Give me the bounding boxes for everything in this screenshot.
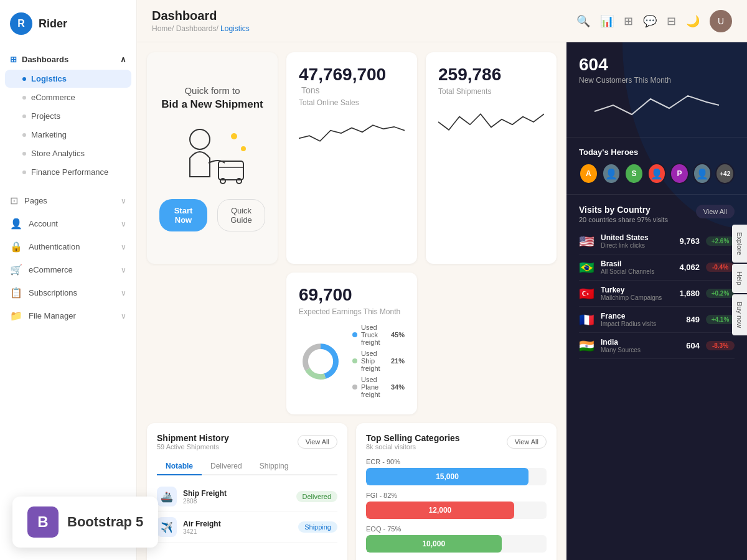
tab-delivered[interactable]: Delivered: [202, 458, 251, 475]
hero-avatar-photo1: 👤: [602, 163, 621, 184]
right-panel-content: 604 New Customers This Month Today's Her…: [566, 42, 747, 369]
heroes-avatars: A 👤 S 👤 P 👤 +42: [579, 163, 735, 184]
ship-dot: [352, 358, 357, 363]
theme-icon[interactable]: 🌙: [686, 14, 700, 28]
file-manager-label: File Manager: [29, 311, 76, 320]
earnings-label: Expected Earnings This Month: [299, 307, 405, 316]
sidebar-item-file-manager[interactable]: 📁 File Manager ∨: [0, 304, 136, 327]
bootstrap-icon: B: [27, 506, 59, 538]
account-label: Account: [29, 219, 58, 228]
shipments-chart: [438, 103, 544, 141]
ecommerce-nav-icon: 🛒: [10, 264, 22, 276]
dashboards-section: ⊞ Dashboards ∧ Logistics eCommerce Proje…: [0, 47, 136, 184]
sidebar-item-account[interactable]: 👤 Account ∨: [0, 212, 136, 235]
history-card-title-area: Shipment History 59 Active Shipments: [157, 433, 229, 450]
pages-icon: ⊡: [10, 195, 18, 207]
chart-icon[interactable]: 📊: [600, 14, 614, 28]
subscriptions-label: Subscriptions: [29, 288, 77, 297]
sales-chart-svg: [299, 114, 405, 152]
breadcrumb: Home/ Dashboards/ Logistics: [152, 24, 250, 33]
sidebar-item-ecommerce[interactable]: eCommerce: [5, 88, 131, 106]
sidebar-item-auth[interactable]: 🔒 Authentication ∨: [0, 235, 136, 258]
history-view-all-button[interactable]: View All: [298, 435, 337, 449]
quick-guide-button[interactable]: Quick Guide: [217, 199, 265, 231]
bar-fill: 15,000: [366, 468, 529, 485]
sidebar-item-ecommerce-nav[interactable]: 🛒 eCommerce ∨: [0, 258, 136, 281]
selling-card-header: Top Selling Categories 8k social visitor…: [366, 433, 547, 450]
buy-now-tab[interactable]: Buy now: [732, 294, 747, 335]
history-tabs: Notable Delivered Shipping: [157, 458, 337, 475]
status-badge: Delivered: [296, 491, 337, 502]
form-title: Bid a New Shipment: [161, 98, 263, 111]
turkey-flag: 🇹🇷: [579, 286, 594, 301]
apps-icon[interactable]: ⊟: [667, 14, 676, 28]
bar-fill: 10,000: [366, 535, 502, 553]
account-icon: 👤: [10, 218, 22, 230]
hero-avatar-r: 👤: [647, 163, 667, 184]
main-panel: Quick form to Bid a New Shipment: [137, 42, 566, 560]
auth-label: Authentication: [29, 242, 80, 251]
hero-avatar-photo2: 👤: [693, 163, 712, 184]
svg-rect-1: [218, 161, 243, 180]
india-flag: 🇮🇳: [579, 338, 594, 353]
dashboards-group[interactable]: ⊞ Dashboards ∧: [0, 50, 136, 69]
heroes-title: Today's Heroes: [579, 147, 735, 157]
visits-view-all-button[interactable]: View All: [696, 205, 735, 218]
bar-track: 15,000: [366, 468, 547, 485]
list-item: ✈️ Air Freight 3421 Shipping: [157, 512, 337, 543]
sidebar-item-logistics[interactable]: Logistics: [5, 70, 131, 88]
brasil-flag: 🇧🇷: [579, 260, 594, 275]
page-title: Dashboard: [152, 9, 250, 23]
selling-view-all-button[interactable]: View All: [507, 435, 547, 449]
sidebar-item-finance[interactable]: Finance Performance: [5, 163, 131, 181]
chevron-icon: ∨: [121, 266, 126, 274]
visits-header: Visits by Country 20 countries share 97%…: [579, 205, 735, 223]
user-avatar[interactable]: U: [710, 10, 732, 32]
shipment-illustration: [162, 121, 262, 189]
dot: [22, 114, 26, 118]
air-freight-icon: ✈️: [157, 517, 177, 537]
bar-track: 12,000: [366, 502, 547, 519]
start-now-button[interactable]: Start Now: [159, 199, 207, 231]
ecommerce-nav-label: eCommerce: [29, 265, 73, 274]
sales-chart: [299, 114, 405, 152]
grid-icon[interactable]: ⊞: [624, 14, 633, 28]
ship-legend: Used Ship freight 21%: [352, 350, 405, 372]
sidebar: R Rider ⊞ Dashboards ∧ Logistics eCommer…: [0, 0, 137, 560]
tab-notable[interactable]: Notable: [157, 458, 202, 475]
app-name: Rider: [39, 17, 67, 30]
selling-title-area: Top Selling Categories 8k social visitor…: [366, 433, 460, 450]
us-flag: 🇺🇸: [579, 234, 594, 249]
sidebar-item-marketing[interactable]: Marketing: [5, 126, 131, 144]
dot: [22, 96, 26, 100]
dot: [22, 133, 26, 137]
heroes-section: Today's Heroes A 👤 S 👤 P 👤: [566, 138, 747, 195]
logo-circle: R: [10, 12, 32, 35]
sidebar-item-pages[interactable]: ⊡ Pages ∨: [0, 189, 136, 212]
logo-area[interactable]: R Rider: [0, 0, 136, 47]
help-tab[interactable]: Help: [732, 264, 747, 293]
earnings-card: 69,700 Expected Earnings This Month: [286, 273, 417, 414]
sidebar-item-store-analytics[interactable]: Store Analytics: [5, 144, 131, 162]
stat-label-shipments: Total Shipments: [438, 87, 544, 96]
visits-title: Visits by Country: [579, 205, 668, 215]
subscriptions-icon: 📋: [10, 287, 22, 299]
search-icon[interactable]: 🔍: [576, 14, 590, 28]
selling-subtitle: 8k social visitors: [366, 443, 460, 450]
explore-tab[interactable]: Explore: [732, 225, 747, 263]
total-shipments-card: 259,786 Total Shipments: [426, 52, 557, 264]
stat-number-sales: 47,769,700 Tons: [299, 65, 405, 96]
bootstrap-banner: B Bootstrap 5: [12, 497, 158, 548]
stat-label-sales: Total Online Sales: [299, 98, 405, 107]
bootstrap-text: Bootstrap 5: [67, 514, 143, 530]
india-change: -8.3%: [706, 341, 735, 350]
svg-point-5: [241, 146, 246, 151]
message-icon[interactable]: 💬: [643, 14, 657, 28]
brasil-change: -0.4%: [706, 263, 735, 272]
pages-label: Pages: [24, 196, 47, 205]
donut-svg: [299, 340, 342, 383]
tab-shipping[interactable]: Shipping: [251, 458, 298, 475]
sidebar-item-projects[interactable]: Projects: [5, 107, 131, 125]
truck-dot: [352, 332, 357, 337]
sidebar-item-subscriptions[interactable]: 📋 Subscriptions ∨: [0, 281, 136, 304]
